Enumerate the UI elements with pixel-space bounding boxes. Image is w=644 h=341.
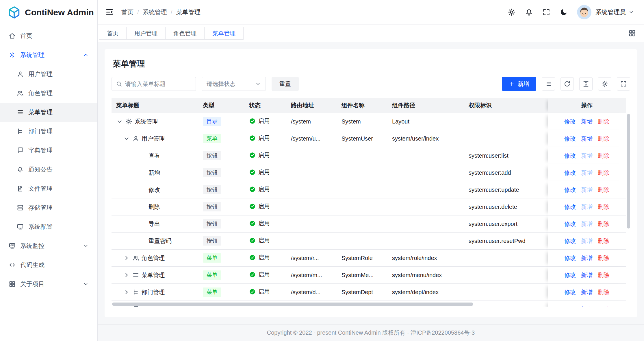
add-link[interactable]: 新增 [581,135,593,143]
edit-link[interactable]: 修改 [564,135,576,143]
delete-link[interactable]: 删除 [598,288,609,296]
monitor-icon [9,242,16,249]
tab-home[interactable]: 首页 [99,27,127,40]
expand-row-icon[interactable] [123,289,130,296]
tab-actions-button[interactable] [628,30,636,37]
status-enabled: 启用 [249,134,270,142]
perm-cell: system:user:export [464,215,548,233]
sidebar-item-monitor[interactable]: 系统监控 [0,236,97,255]
expand-row-icon[interactable] [123,306,130,307]
sidebar-item-role[interactable]: 角色管理 [0,84,97,103]
list-view-button[interactable] [542,77,555,91]
edit-link[interactable]: 修改 [564,203,576,211]
edit-link[interactable]: 修改 [564,152,576,160]
reset-button[interactable]: 重置 [272,77,299,91]
edit-link[interactable]: 修改 [564,271,576,279]
sidebar-item-about[interactable]: 关于项目 [0,274,97,294]
settings-button[interactable] [508,8,516,16]
sidebar-item-notice[interactable]: 通知公告 [0,160,97,179]
sidebar-item-home[interactable]: 首页 [0,26,97,45]
delete-link[interactable]: 删除 [598,271,609,279]
check-circle-icon [249,237,256,244]
vertical-scrollbar-thumb[interactable] [627,114,630,228]
edit-link[interactable]: 修改 [564,254,576,262]
edit-link[interactable]: 修改 [564,305,576,307]
delete-link[interactable]: 删除 [598,169,609,177]
type-badge: 菜单 [203,134,221,143]
add-link[interactable]: 新增 [581,237,593,245]
check-circle-icon [249,169,256,176]
edit-link[interactable]: 修改 [564,237,576,245]
add-link[interactable]: 新增 [581,203,593,211]
dark-mode-button[interactable] [560,8,568,16]
delete-link[interactable]: 删除 [598,220,609,228]
add-link[interactable]: 新增 [581,186,593,194]
edit-link[interactable]: 修改 [564,288,576,296]
horizontal-scrollbar-thumb[interactable] [112,303,473,306]
menu-title: 修改 [149,186,160,194]
tab-menu[interactable]: 菜单管理 [204,27,244,40]
route-cell: /system/u... [286,130,337,147]
menu-fold-button[interactable] [105,8,114,16]
sidebar-item-label: 代码生成 [20,261,89,269]
main-area: 首页/系统管理/菜单管理 系统管理员 [98,0,644,341]
add-link[interactable]: 新增 [581,271,593,279]
edit-link[interactable]: 修改 [564,118,576,126]
status-select-placeholder: 请选择状态 [207,80,235,88]
sidebar-item-codegen[interactable]: 代码生成 [0,255,97,274]
status-select[interactable]: 请选择状态 [202,77,266,91]
breadcrumb-item[interactable]: 系统管理 [143,8,167,16]
delete-link[interactable]: 删除 [598,135,609,143]
table-fullscreen-button[interactable] [617,77,630,91]
collapse-row-icon[interactable] [116,118,123,125]
avatar[interactable] [577,5,591,19]
add-link[interactable]: 新增 [581,169,593,177]
delete-link[interactable]: 删除 [598,203,609,211]
delete-link[interactable]: 删除 [598,152,609,160]
type-badge: 菜单 [203,270,221,280]
delete-link[interactable]: 删除 [598,237,609,245]
sidebar-item-file[interactable]: 文件管理 [0,179,97,198]
add-link[interactable]: 新增 [581,220,593,228]
edit-link[interactable]: 修改 [564,169,576,177]
sidebar-item-label: 文件管理 [28,185,89,193]
add-link[interactable]: 新增 [581,152,593,160]
column-settings-button[interactable] [598,77,611,91]
add-button-label: 新增 [518,80,529,88]
user-menu[interactable]: 系统管理员 [595,8,634,16]
add-link[interactable]: 新增 [581,305,593,307]
notifications-button[interactable] [525,8,533,16]
check-circle-icon [249,135,256,141]
refresh-button[interactable] [561,77,574,91]
expand-row-icon[interactable] [123,272,130,279]
delete-link[interactable]: 删除 [598,186,609,194]
fullscreen-button[interactable] [542,8,550,16]
collapse-row-icon[interactable] [123,135,130,142]
expand-row-icon[interactable] [123,255,130,261]
sidebar-item-menu[interactable]: 菜单管理 [0,103,97,122]
sidebar-item-dept[interactable]: 部门管理 [0,122,97,141]
column-header: 菜单标题 [112,98,198,113]
edit-link[interactable]: 修改 [564,220,576,228]
add-link[interactable]: 新增 [581,118,593,126]
add-button[interactable]: 新增 [502,77,536,91]
sidebar-item-dict[interactable]: 字典管理 [0,141,97,160]
tab-user[interactable]: 用户管理 [126,27,166,40]
sidebar-item-storage[interactable]: 存储管理 [0,198,97,217]
delete-link[interactable]: 删除 [598,118,609,126]
tab-role[interactable]: 角色管理 [165,27,205,40]
sidebar-item-user[interactable]: 用户管理 [0,64,97,84]
sidebar-item-system[interactable]: 系统管理 [0,45,97,64]
search-input[interactable] [125,81,192,87]
add-link[interactable]: 新增 [581,288,593,296]
add-link[interactable]: 新增 [581,254,593,262]
logo[interactable]: ContiNew Admin [0,0,97,25]
delete-link[interactable]: 删除 [598,254,609,262]
sidebar-item-config[interactable]: 系统配置 [0,217,97,236]
check-circle-icon [249,288,256,295]
edit-link[interactable]: 修改 [564,186,576,194]
breadcrumb-item[interactable]: 首页 [121,8,133,16]
route-cell [286,233,337,250]
delete-link[interactable]: 删除 [598,305,609,307]
row-height-button[interactable] [579,77,593,91]
